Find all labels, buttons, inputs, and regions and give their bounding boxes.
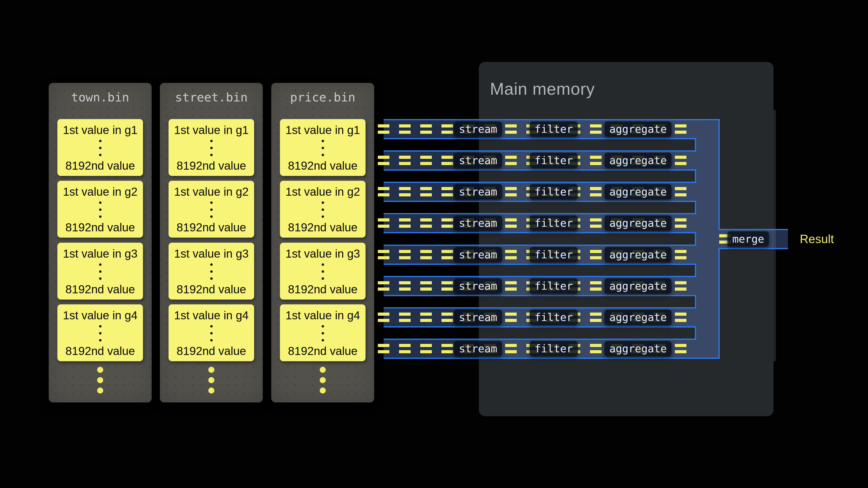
aggregate-operator-chip: aggregate (604, 153, 672, 168)
group-first-value: 1st value in g4 (63, 310, 138, 321)
aggregate-operator-chip: aggregate (604, 184, 672, 199)
main-memory-title: Main memory (490, 79, 595, 99)
group-first-value: 1st value in g2 (174, 186, 249, 198)
group-first-value: 1st value in g4 (285, 310, 360, 321)
file-column-town: town.bin 1st value in g1 8192nd value 1s… (49, 83, 152, 402)
group-first-value: 1st value in g2 (285, 186, 360, 198)
aggregate-operator-chip: aggregate (604, 341, 672, 356)
value-group-card: 1st value in g3 8192nd value (57, 243, 143, 299)
group-first-value: 1st value in g1 (174, 124, 249, 136)
stream-operator-chip: stream (454, 278, 502, 294)
file-name: price.bin (271, 90, 374, 105)
more-groups-dots-icon (49, 367, 152, 394)
ellipsis-dots-icon (322, 201, 324, 218)
stream-operator-chip: stream (454, 247, 502, 262)
value-group-card: 1st value in g4 8192nd value (57, 304, 143, 361)
file-column-street: street.bin 1st value in g1 8192nd value … (160, 83, 263, 402)
ellipsis-dots-icon (210, 140, 213, 156)
group-last-value: 8192nd value (177, 345, 246, 357)
file-name: street.bin (160, 90, 263, 105)
pipeline-gap (383, 296, 696, 307)
filter-operator-chip: filter (530, 278, 578, 294)
group-first-value: 1st value in g1 (63, 124, 138, 136)
stream-operator-chip: stream (454, 216, 502, 231)
file-name: town.bin (49, 90, 152, 105)
stream-operator-chip: stream (454, 341, 502, 356)
group-first-value: 1st value in g2 (63, 186, 138, 198)
channel-border-right-lower (718, 248, 720, 359)
stream-operator-chip: stream (454, 184, 502, 199)
value-group-card: 1st value in g2 8192nd value (57, 181, 143, 238)
file-column-price: price.bin 1st value in g1 8192nd value 1… (271, 83, 374, 402)
result-label: Result (800, 232, 834, 246)
value-group-card: 1st value in g1 8192nd value (280, 119, 366, 176)
value-group-card: 1st value in g2 8192nd value (168, 181, 254, 238)
merge-pipe: merge (718, 229, 788, 249)
pipeline-row: stream filter aggregate (383, 245, 696, 265)
more-groups-dots-icon (271, 367, 374, 394)
stream-operator-chip: stream (454, 122, 502, 137)
pipeline-gap (383, 327, 696, 338)
group-last-value: 8192nd value (177, 284, 246, 295)
group-last-value: 8192nd value (65, 345, 135, 357)
pipeline-gap (383, 233, 696, 245)
ellipsis-dots-icon (210, 325, 213, 341)
filter-operator-chip: filter (530, 341, 578, 356)
group-first-value: 1st value in g3 (63, 248, 138, 260)
pipeline-row: stream filter aggregate (383, 213, 696, 233)
group-first-value: 1st value in g3 (174, 248, 249, 260)
channel-border-top (696, 119, 720, 120)
group-last-value: 8192nd value (288, 284, 357, 295)
value-group-card: 1st value in g4 8192nd value (168, 304, 254, 361)
pipeline-row: stream filter aggregate (383, 119, 696, 139)
filter-operator-chip: filter (530, 184, 578, 199)
stream-operator-chip: stream (454, 153, 502, 168)
pipeline-gap (383, 139, 696, 151)
pipeline-row: stream filter aggregate (383, 151, 696, 171)
ellipsis-dots-icon (210, 201, 213, 218)
aggregate-operator-chip: aggregate (604, 122, 672, 137)
pipeline-gap (383, 265, 696, 276)
ellipsis-dots-icon (322, 263, 324, 280)
ellipsis-dots-icon (99, 201, 101, 218)
group-last-value: 8192nd value (288, 345, 357, 357)
filter-operator-chip: filter (530, 216, 578, 231)
pipeline-row: stream filter aggregate (383, 307, 696, 327)
aggregate-operator-chip: aggregate (604, 278, 672, 294)
channel-border-bottom (696, 358, 720, 359)
ellipsis-dots-icon (322, 325, 324, 341)
pipeline-collector-channel (696, 119, 718, 359)
pipeline-gap (383, 202, 696, 213)
group-last-value: 8192nd value (177, 222, 246, 233)
pipeline-row: stream filter aggregate (383, 276, 696, 296)
value-group-card: 1st value in g4 8192nd value (280, 304, 366, 361)
value-group-card: 1st value in g3 8192nd value (280, 243, 366, 299)
group-first-value: 1st value in g1 (285, 124, 360, 136)
group-first-value: 1st value in g3 (285, 248, 360, 260)
filter-operator-chip: filter (530, 247, 578, 262)
value-group-card: 1st value in g3 8192nd value (168, 243, 254, 299)
filter-operator-chip: filter (530, 310, 578, 325)
channel-border-right-upper (718, 119, 720, 230)
group-first-value: 1st value in g4 (174, 310, 249, 321)
group-last-value: 8192nd value (177, 160, 246, 171)
ellipsis-dots-icon (99, 140, 101, 156)
value-group-card: 1st value in g1 8192nd value (57, 119, 143, 176)
ellipsis-dots-icon (322, 140, 324, 156)
filter-operator-chip: filter (530, 153, 578, 168)
diagram-canvas: town.bin 1st value in g1 8192nd value 1s… (0, 0, 868, 488)
aggregate-operator-chip: aggregate (604, 247, 672, 262)
merge-operator-chip: merge (727, 231, 769, 247)
group-last-value: 8192nd value (288, 222, 357, 233)
group-last-value: 8192nd value (288, 160, 357, 171)
value-group-card: 1st value in g2 8192nd value (280, 181, 366, 238)
aggregate-operator-chip: aggregate (604, 310, 672, 325)
group-last-value: 8192nd value (65, 284, 135, 295)
group-last-value: 8192nd value (65, 160, 135, 171)
ellipsis-dots-icon (99, 325, 101, 341)
pipeline-gap (383, 171, 696, 182)
value-group-card: 1st value in g1 8192nd value (168, 119, 254, 176)
pipeline-row: stream filter aggregate (383, 338, 696, 359)
stream-operator-chip: stream (454, 310, 502, 325)
ellipsis-dots-icon (99, 263, 101, 280)
